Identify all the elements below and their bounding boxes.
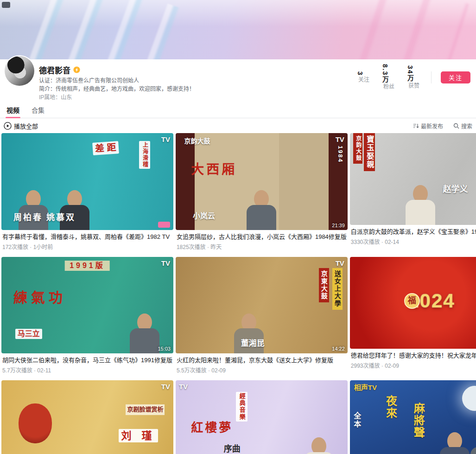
verified-badge-icon bbox=[73, 66, 80, 73]
thumb-art-text: 經典音樂 bbox=[236, 392, 248, 422]
video-card[interactable]: TV經典音樂紅樓夢序曲02:49 林妹妹下凡啦，经典再现，87版红楼梦《序曲》T… bbox=[176, 380, 348, 454]
video-thumbnail[interactable]: 寶玉娶親京韵大鼓赵学义16:45 bbox=[350, 133, 476, 225]
video-card[interactable]: TV京東大鼓送女上大學董湘昆14:22 火红的太阳来啦！董湘昆，京东大鼓《送女上… bbox=[176, 257, 348, 374]
stats-divider bbox=[431, 71, 432, 83]
opera-face-graphic bbox=[19, 403, 52, 443]
video-duration: 15:03 bbox=[158, 346, 171, 352]
video-meta: 5.7万次播放 · 02-11 bbox=[2, 366, 172, 374]
thumb-art-text: 刘 瑾 bbox=[119, 429, 158, 442]
thumb-art-text: 京韵大鼓 bbox=[353, 133, 362, 164]
person-figure bbox=[247, 190, 276, 230]
video-duration: 14:22 bbox=[332, 346, 345, 352]
video-meta: 172次播放 · 1小时前 bbox=[2, 243, 172, 250]
channel-name: 德君影音 bbox=[39, 64, 70, 76]
thumb-art-text: 送女上大學 bbox=[332, 268, 343, 310]
person-figure bbox=[470, 432, 476, 454]
follow-button[interactable]: 关注 bbox=[441, 71, 470, 83]
video-meta: 3330次播放 · 02-14 bbox=[351, 237, 476, 245]
thumb-art-text: 赵学义 bbox=[443, 185, 468, 194]
tv-badge: TV bbox=[161, 383, 170, 390]
stat-followers[interactable]: 8.3万 粉丝 bbox=[381, 64, 397, 90]
video-title[interactable]: 女追男隔层纱，古人比我们浪漫，小岚云《大西厢》1984修复版 bbox=[177, 233, 347, 241]
thumb-art-text: 全本 bbox=[352, 412, 361, 428]
video-title[interactable]: 白派京韵大鼓的改革派，赵学义《宝玉娶亲》1988 TV修复版 bbox=[351, 228, 476, 236]
search-icon bbox=[453, 123, 459, 129]
video-thumbnail[interactable]: 相声TV全本夜來麻將聲马志明 于世猷15:42 bbox=[350, 380, 476, 454]
avatar[interactable] bbox=[5, 56, 34, 86]
thumb-art-text: 大西厢 bbox=[191, 162, 237, 177]
stat-likes[interactable]: 34万 获赞 bbox=[406, 65, 422, 90]
thumb-art-text: 序曲 bbox=[224, 444, 241, 454]
thumb-art-text: 小岚云 bbox=[193, 212, 215, 220]
video-thumbnail[interactable]: TV經典音樂紅樓夢序曲02:49 bbox=[176, 380, 348, 454]
channel-tabs: 视频 合集 bbox=[0, 103, 476, 118]
thumb-art-text: 相声TV bbox=[354, 384, 377, 391]
video-card[interactable]: TV京剧脸谱赏析刘 瑾02:08 国粹的魅力，京剧脸谱赏析，刘瑾 2510次播放… bbox=[1, 380, 173, 454]
person-figure bbox=[440, 432, 470, 454]
video-thumbnail[interactable]: 2024福00:31 bbox=[350, 257, 476, 349]
thumb-art-text: 京剧脸谱赏析 bbox=[126, 404, 165, 415]
video-duration: 21:39 bbox=[332, 223, 345, 228]
search-button[interactable]: 搜索 bbox=[453, 122, 472, 130]
thumb-art-text: 1991版 bbox=[65, 261, 110, 271]
tv-badge: TV bbox=[161, 259, 170, 267]
person-figure bbox=[304, 437, 334, 454]
video-title[interactable]: 胡同大侠张二伯来啦，没有杂音，马三立《练气功》1991修复版 bbox=[2, 356, 172, 364]
video-toolbar: 播放全部 最新发布 搜索 bbox=[4, 121, 472, 130]
person-figure bbox=[19, 190, 48, 230]
video-card[interactable]: 1991版練氣功马三立TV15:03 胡同大侠张二伯来啦，没有杂音，马三立《练气… bbox=[1, 257, 173, 374]
person-figure bbox=[130, 313, 159, 353]
channel-stats: 3 关注 8.3万 粉丝 34万 获赞 关注 bbox=[356, 64, 470, 90]
sort-icon bbox=[413, 123, 419, 129]
video-title[interactable]: 有字幕终于看懂，滑稽泰斗，姚慕双、周柏春《差距》1982 TV bbox=[2, 233, 172, 241]
thumb-art-text: 京東大鼓 bbox=[319, 268, 329, 302]
moon-graphic bbox=[462, 386, 476, 411]
tv-badge: TV bbox=[179, 383, 188, 390]
thumb-art-text: 1984 bbox=[336, 146, 343, 163]
banner-light-streaks bbox=[13, 0, 182, 59]
thumb-art-text: 差 距 bbox=[92, 141, 119, 155]
thumb-art-text: 夜來 bbox=[384, 395, 397, 419]
banner-pink-streaks bbox=[343, 0, 469, 59]
tv-badge: TV bbox=[161, 135, 170, 143]
tab-collections[interactable]: 合集 bbox=[31, 103, 45, 118]
thumb-art-text: 寶玉娶親 bbox=[364, 133, 375, 171]
video-thumbnail[interactable]: TV京東大鼓送女上大學董湘昆14:22 bbox=[176, 257, 348, 354]
video-title[interactable]: 德君给您拜年了！感谢大家的支持！祝大家龙年吉祥！ bbox=[351, 352, 476, 359]
play-all-button[interactable]: 播放全部 bbox=[4, 121, 38, 130]
video-grid: TV差 距上海滑稽周柏春 姚慕双 有字幕终于看懂，滑稽泰斗，姚慕双、周柏春《差距… bbox=[0, 133, 476, 454]
video-card[interactable]: 寶玉娶親京韵大鼓赵学义16:45 白派京韵大鼓的改革派，赵学义《宝玉娶亲》198… bbox=[350, 133, 476, 250]
video-card[interactable]: TV差 距上海滑稽周柏春 姚慕双 有字幕终于看懂，滑稽泰斗，姚慕双、周柏春《差距… bbox=[1, 133, 173, 250]
video-meta: 2993次播放 · 02-09 bbox=[351, 361, 476, 369]
person-figure bbox=[406, 185, 435, 225]
pink-tag bbox=[158, 222, 170, 228]
video-card[interactable]: 相声TV全本夜來麻將聲马志明 于世猷15:42 麻科长的恶果，马志明、于世猷《夜… bbox=[350, 380, 476, 454]
thumb-art-text: 董湘昆 bbox=[241, 339, 265, 348]
video-card[interactable]: 京韵大鼓大西厢小岚云TV198421:39 女追男隔层纱，古人比我们浪漫，小岚云… bbox=[176, 133, 348, 250]
video-thumbnail[interactable]: TV差 距上海滑稽周柏春 姚慕双 bbox=[1, 133, 173, 230]
video-title[interactable]: 火红的太阳来啦！董湘昆，京东大鼓《送女上大学》修复版 bbox=[177, 356, 347, 364]
video-thumbnail[interactable]: TV京剧脸谱赏析刘 瑾02:08 bbox=[1, 380, 173, 454]
person-figure bbox=[60, 190, 89, 230]
tv-badge: TV bbox=[336, 135, 344, 143]
video-meta: 5.5万次播放 · 02-09 bbox=[177, 366, 347, 374]
video-thumbnail[interactable]: 京韵大鼓大西厢小岚云TV198421:39 bbox=[176, 133, 348, 230]
tab-videos[interactable]: 视频 bbox=[6, 103, 20, 118]
tv-badge: TV bbox=[336, 259, 344, 267]
sort-button[interactable]: 最新发布 bbox=[413, 122, 443, 130]
fu-medallion: 福 bbox=[404, 293, 420, 309]
video-card[interactable]: 2024福00:31 德君给您拜年了！感谢大家的支持！祝大家龙年吉祥！ 2993… bbox=[350, 257, 476, 374]
banner-logo bbox=[2, 2, 10, 8]
play-circle-icon bbox=[4, 122, 12, 130]
video-thumbnail[interactable]: 1991版練氣功马三立TV15:03 bbox=[1, 257, 173, 354]
thumb-art-text: 麻將聲 bbox=[412, 403, 425, 439]
thumb-art-text: 周柏春 姚慕双 bbox=[13, 213, 76, 223]
stat-following[interactable]: 3 关注 bbox=[356, 71, 372, 83]
thumb-art-text: 紅樓夢 bbox=[191, 421, 233, 435]
thumb-art-text: 京韵大鼓 bbox=[184, 137, 210, 145]
thumb-art-text: 马三立 bbox=[15, 329, 42, 339]
ip-location: IP属地：山东 bbox=[39, 94, 476, 101]
video-meta: 1825次播放 · 昨天 bbox=[177, 243, 347, 250]
channel-header: 德君影音 认证：济南零伍叁么广告有限公司创始人 简介：传统相声，经典曲艺，地方戏… bbox=[0, 0, 476, 101]
channel-banner bbox=[0, 0, 476, 59]
